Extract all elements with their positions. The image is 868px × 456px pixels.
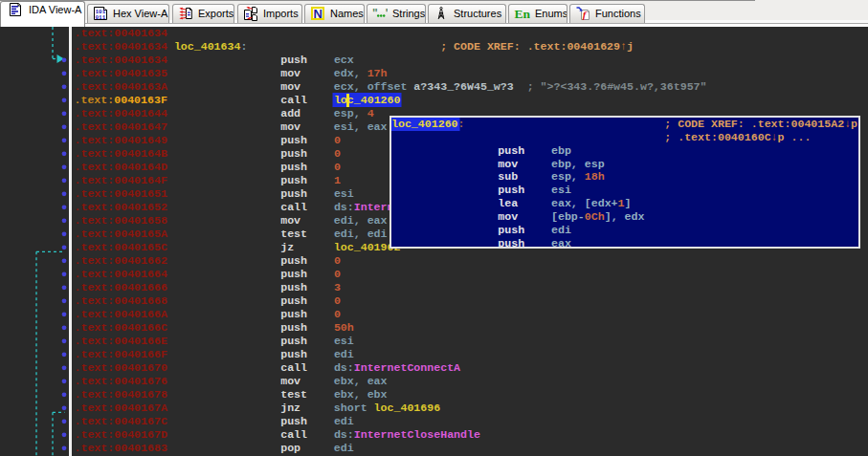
svg-text:": " [385, 7, 388, 20]
svg-text:N: N [314, 6, 323, 20]
svg-text:En: En [515, 6, 531, 20]
svg-text:011: 011 [96, 13, 106, 20]
svg-text:": " [372, 7, 378, 20]
